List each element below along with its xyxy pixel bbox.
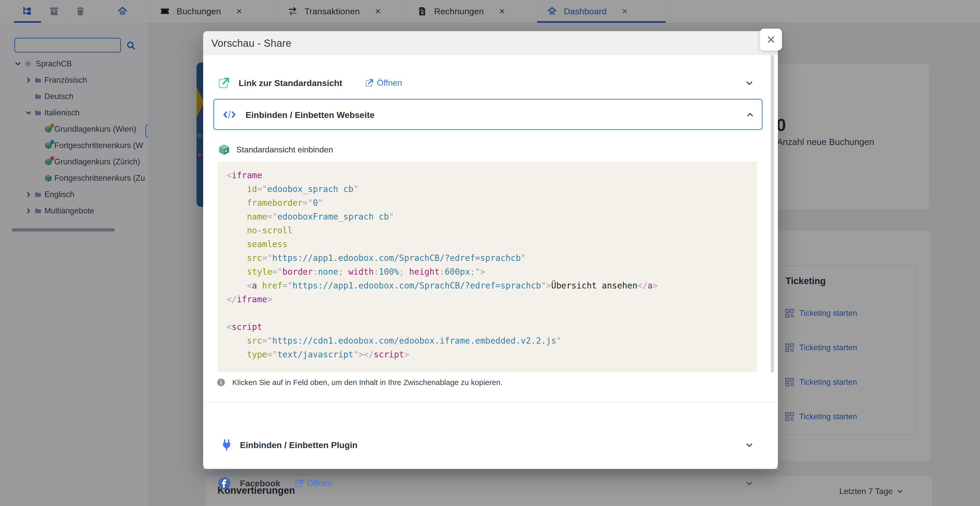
cube-icon — [218, 143, 231, 156]
section-label: Facebook — [240, 479, 280, 488]
close-button[interactable] — [760, 29, 782, 51]
chevron-down-icon[interactable] — [745, 79, 754, 88]
copy-hint-text: Klicken Sie auf in Feld oben, um den Inh… — [232, 378, 503, 387]
external-link-icon — [294, 479, 304, 488]
plug-icon — [220, 439, 233, 452]
section-label: Link zur Standardansicht — [239, 78, 342, 88]
external-link-icon — [365, 78, 374, 88]
embed-subtitle: Standardansicht einbinden — [236, 145, 333, 154]
info-icon — [216, 378, 226, 387]
chevron-down-icon[interactable] — [745, 479, 754, 488]
open-link-label: Öffnen — [307, 479, 332, 488]
section-embed-website[interactable]: Einbinden / Einbetten Webseite — [213, 99, 762, 130]
open-link[interactable]: Öffnen — [294, 479, 332, 488]
open-link[interactable]: Öffnen — [365, 78, 402, 88]
open-link-label: Öffnen — [377, 78, 402, 88]
embed-code-field[interactable]: <iframe id="edoobox_sprach cb" framebord… — [218, 161, 757, 372]
external-link-icon — [218, 76, 230, 89]
section-link-standard-view[interactable]: Link zur Standardansicht Öffnen — [203, 69, 778, 97]
chevron-down-icon[interactable] — [745, 441, 754, 450]
embed-subtitle-row: Standardansicht einbinden — [218, 143, 333, 156]
app: 0 Anzahl neue Buchungen Ticketing Ticket… — [0, 0, 980, 506]
section-facebook[interactable]: Facebook Öffnen — [203, 469, 778, 498]
divider — [203, 402, 778, 403]
section-label: Einbinden / Einbetten Webseite — [245, 110, 375, 120]
modal-header: Vorschau - Share — [203, 31, 778, 55]
close-icon — [766, 35, 776, 45]
copy-hint-row: Klicken Sie auf in Feld oben, um den Inh… — [216, 376, 503, 388]
section-embed-plugin[interactable]: Einbinden / Einbetten Plugin — [203, 439, 778, 467]
share-modal: Vorschau - Share Link zur Standardansich… — [203, 31, 778, 469]
section-label: Einbinden / Einbetten Plugin — [240, 440, 358, 450]
modal-scrollbar[interactable] — [771, 55, 774, 373]
code-icon — [223, 110, 236, 120]
facebook-icon — [218, 476, 231, 490]
embed-code: <iframe id="edoobox_sprach cb" framebord… — [227, 169, 658, 361]
chevron-up-icon[interactable] — [746, 110, 755, 119]
divider — [203, 468, 778, 469]
modal-title: Vorschau - Share — [211, 38, 291, 49]
